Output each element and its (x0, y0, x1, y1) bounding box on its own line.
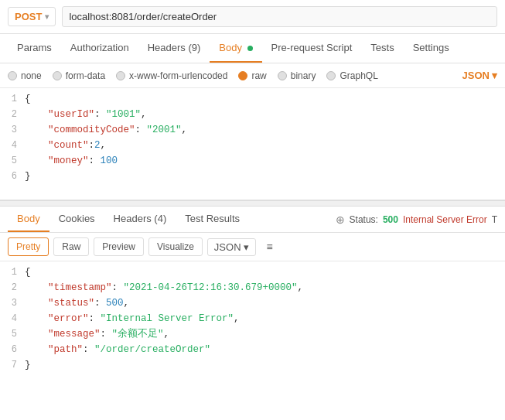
response-json-chevron: ▾ (244, 241, 249, 253)
req-content-3: "commodityCode": "2001", (25, 122, 505, 138)
resp-content-3: "status": 500, (25, 295, 505, 311)
req-linenum-6: 6 (0, 169, 25, 184)
response-json-selector[interactable]: JSON ▾ (207, 238, 256, 256)
resp-line-6: 6 "path": "/order/createOrder" (0, 342, 505, 357)
req-linenum-2: 2 (0, 107, 25, 122)
json-selector[interactable]: JSON ▾ (462, 70, 497, 81)
radio-none-label: none (21, 70, 42, 81)
resp-line-5: 5 "message": "余额不足", (0, 326, 505, 342)
tab-body[interactable]: Body (210, 34, 261, 63)
req-line-3: 3 "commodityCode": "2001", (0, 122, 505, 138)
radio-urlencoded-dot (116, 71, 125, 80)
req-line-4: 4 "count":2, (0, 138, 505, 153)
tab-authorization[interactable]: Authorization (61, 34, 138, 63)
response-format-row: Pretty Raw Preview Visualize JSON ▾ ≡ (0, 233, 505, 261)
resp-content-1: { (25, 265, 505, 280)
req-linenum-5: 5 (0, 153, 25, 169)
body-type-row: none form-data x-www-form-urlencoded raw… (0, 63, 505, 88)
panel-divider (0, 200, 505, 207)
radio-binary[interactable]: binary (278, 70, 316, 81)
resp-tab-headers[interactable]: Headers (4) (104, 207, 176, 232)
resp-linenum-1: 1 (0, 265, 25, 280)
radio-none[interactable]: none (8, 70, 42, 81)
status-suffix: T (492, 214, 497, 225)
radio-graphql[interactable]: GraphQL (326, 70, 377, 81)
req-line-1: 1 { (0, 91, 505, 107)
resp-linenum-4: 4 (0, 311, 25, 326)
method-label: POST (15, 11, 42, 22)
response-json-label: JSON (214, 241, 241, 253)
radio-graphql-dot (326, 71, 336, 80)
status-prefix: Status: (350, 214, 378, 225)
resp-tab-cookies[interactable]: Cookies (49, 207, 104, 232)
resp-content-6: "path": "/order/createOrder" (25, 342, 505, 357)
radio-raw[interactable]: raw (238, 70, 266, 81)
req-content-2: "userId": "1001", (25, 107, 505, 122)
req-content-6: } (25, 169, 505, 184)
response-code-editor[interactable]: 1 { 2 "timestamp": "2021-04-26T12:16:30.… (0, 261, 505, 385)
req-line-6: 6 } (0, 169, 505, 184)
resp-linenum-7: 7 (0, 357, 25, 373)
tab-pre-request[interactable]: Pre-request Script (262, 34, 362, 63)
resp-line-2: 2 "timestamp": "2021-04-26T12:16:30.679+… (0, 280, 505, 295)
tab-settings[interactable]: Settings (404, 34, 459, 63)
req-linenum-3: 3 (0, 122, 25, 138)
request-code-editor[interactable]: 1 { 2 "userId": "1001", 3 "commodityCode… (0, 88, 505, 200)
resp-linenum-5: 5 (0, 326, 25, 342)
radio-form-data-dot (53, 71, 62, 80)
resp-linenum-6: 6 (0, 342, 25, 357)
tab-params[interactable]: Params (8, 34, 61, 63)
status-code: 500 (383, 214, 398, 225)
radio-none-dot (8, 71, 17, 80)
resp-linenum-3: 3 (0, 295, 25, 311)
radio-graphql-label: GraphQL (340, 70, 377, 81)
req-content-5: "money": 100 (25, 153, 505, 169)
request-tabs: Params Authorization Headers (9) Body Pr… (0, 34, 505, 63)
url-bar: POST ▾ (0, 0, 505, 34)
resp-content-4: "error": "Internal Server Error", (25, 311, 505, 326)
radio-raw-dot (238, 71, 247, 80)
format-raw[interactable]: Raw (53, 237, 89, 256)
resp-content-7: } (25, 357, 505, 373)
format-preview[interactable]: Preview (94, 237, 144, 256)
resp-linenum-2: 2 (0, 280, 25, 295)
url-input[interactable] (62, 6, 497, 27)
radio-urlencoded[interactable]: x-www-form-urlencoded (116, 70, 227, 81)
radio-raw-label: raw (251, 70, 266, 81)
response-tabs: Body Cookies Headers (4) Test Results ⊕ … (0, 207, 505, 233)
req-linenum-4: 4 (0, 138, 25, 153)
req-line-2: 2 "userId": "1001", (0, 107, 505, 122)
globe-icon: ⊕ (336, 213, 345, 226)
resp-tab-test-results[interactable]: Test Results (176, 207, 249, 232)
req-line-5: 5 "money": 100 (0, 153, 505, 169)
resp-content-2: "timestamp": "2021-04-26T12:16:30.679+00… (25, 280, 505, 295)
req-linenum-1: 1 (0, 91, 25, 107)
body-dot (247, 46, 253, 51)
json-chevron: ▾ (492, 70, 497, 81)
filter-icon[interactable]: ≡ (267, 241, 273, 253)
status-area: ⊕ Status: 500 Internal Server Error T (336, 213, 497, 226)
method-chevron: ▾ (45, 12, 49, 21)
resp-line-4: 4 "error": "Internal Server Error", (0, 311, 505, 326)
method-selector[interactable]: POST ▾ (8, 7, 56, 26)
json-selector-label: JSON (462, 70, 490, 81)
radio-form-data[interactable]: form-data (53, 70, 105, 81)
resp-line-1: 1 { (0, 265, 505, 280)
radio-urlencoded-label: x-www-form-urlencoded (129, 70, 227, 81)
resp-line-7: 7 } (0, 357, 505, 373)
format-pretty[interactable]: Pretty (8, 237, 49, 256)
status-text: Internal Server Error (403, 214, 487, 225)
req-content-4: "count":2, (25, 138, 505, 153)
resp-content-5: "message": "余额不足", (25, 326, 505, 342)
format-visualize[interactable]: Visualize (148, 237, 203, 256)
radio-form-data-label: form-data (66, 70, 105, 81)
resp-tab-body[interactable]: Body (8, 207, 49, 232)
resp-line-3: 3 "status": 500, (0, 295, 505, 311)
radio-binary-dot (278, 71, 287, 80)
req-content-1: { (25, 91, 505, 107)
tab-tests[interactable]: Tests (361, 34, 403, 63)
radio-binary-label: binary (291, 70, 316, 81)
tab-headers[interactable]: Headers (9) (138, 34, 210, 63)
